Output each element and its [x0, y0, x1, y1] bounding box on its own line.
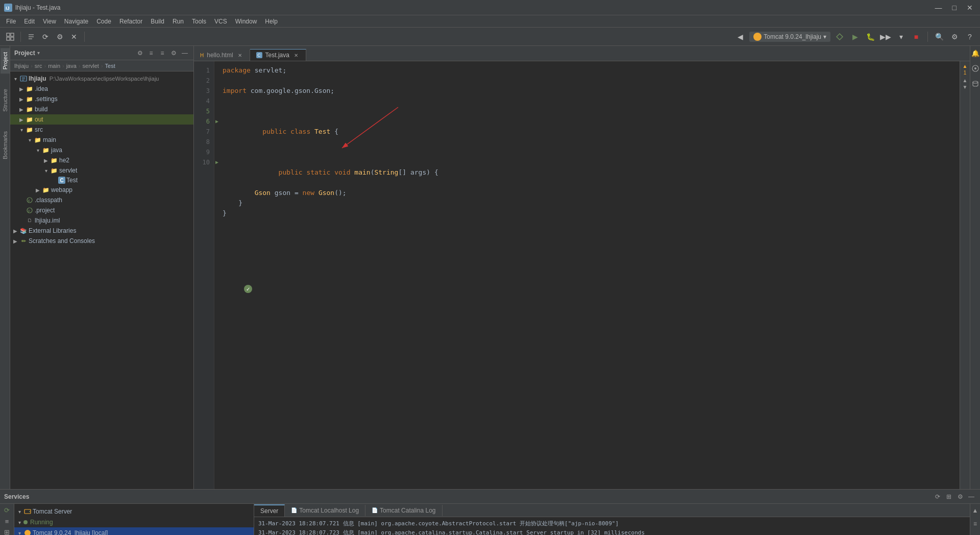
services-tomcat-instance[interactable]: ▾ Tomcat 9.0.24_lhjiaju [local]	[14, 527, 254, 535]
log-settings-btn[interactable]: ≡	[971, 519, 980, 528]
menu-tools[interactable]: Tools	[188, 17, 210, 26]
tree-main[interactable]: ▾ 📁 main	[10, 135, 193, 145]
gutter-up[interactable]: ▲	[963, 78, 968, 83]
bc-lhjiaju[interactable]: lhjiaju	[14, 63, 29, 69]
gutter-down[interactable]: ▼	[963, 84, 968, 90]
menu-window[interactable]: Window	[231, 17, 261, 26]
project-close-btn[interactable]: —	[180, 48, 189, 58]
menu-view[interactable]: View	[39, 17, 60, 26]
tree-src[interactable]: ▾ 📁 src	[10, 125, 193, 135]
log-tab-localhost[interactable]: 📄 Tomcat Localhost Log	[285, 505, 365, 516]
tree-he2[interactable]: ▶ 📁 he2	[10, 155, 193, 165]
database-icon[interactable]	[970, 79, 981, 89]
settings-btn[interactable]: ⚙	[54, 31, 66, 43]
code-line-3: import com.google.gson.Gson;	[223, 86, 951, 96]
services-expand-all-btn[interactable]: ⊞	[2, 528, 12, 535]
menu-run[interactable]: Run	[168, 17, 188, 26]
project-cog-btn[interactable]: ⚙	[169, 48, 178, 58]
sync-btn[interactable]: ⟳	[39, 31, 52, 43]
tree-out[interactable]: ▶ 📁 out	[10, 114, 193, 125]
run-btn[interactable]: ▶	[849, 31, 861, 43]
log-scroll-up-btn[interactable]: ▲	[971, 506, 980, 515]
services-refresh-btn[interactable]: ⟳	[933, 492, 942, 501]
bc-main[interactable]: main	[48, 63, 60, 69]
services-restart-btn[interactable]: ⟳	[2, 506, 12, 515]
root-icon	[19, 75, 28, 83]
tree-idea[interactable]: ▶ 📁 .idea	[10, 84, 193, 94]
tab-test-java-close[interactable]: ✕	[292, 52, 300, 59]
debug-btn[interactable]: 🐛	[864, 31, 876, 43]
services-collapse-btn[interactable]: ≡	[2, 517, 12, 525]
run-indicator-5: ▶	[215, 116, 218, 127]
tab-test-java[interactable]: C Test.java ✕	[250, 49, 306, 61]
settings-main-btn[interactable]: ⚙	[948, 31, 961, 43]
menu-edit[interactable]: Edit	[20, 17, 39, 26]
open-recent-btn[interactable]	[25, 31, 37, 43]
menu-navigate[interactable]: Navigate	[60, 17, 92, 26]
menu-code[interactable]: Code	[92, 17, 115, 26]
tree-build[interactable]: ▶ 📁 build	[10, 104, 193, 114]
minimize-button[interactable]: —	[932, 3, 945, 13]
back-btn[interactable]: ◀	[734, 31, 746, 43]
run-configuration[interactable]: Tomcat 9.0.24_lhjiaju ▾	[749, 32, 830, 42]
services-expand-btn[interactable]: ⊞	[944, 492, 953, 501]
tab-hello-html-close[interactable]: ✕	[236, 52, 243, 59]
menu-help[interactable]: Help	[261, 17, 282, 26]
tree-java[interactable]: ▾ 📁 java	[10, 145, 193, 155]
notifications-icon[interactable]: 🔔	[970, 48, 981, 58]
idea-arrow: ▶	[18, 86, 24, 92]
tree-webapp[interactable]: ▶ 📁 webapp	[10, 185, 193, 195]
log-content[interactable]: 31-Mar-2023 18:28:07.721 信息 [main] org.a…	[254, 517, 970, 535]
menu-refactor[interactable]: Refactor	[115, 17, 146, 26]
project-dropdown[interactable]: ▾	[37, 50, 40, 56]
bc-test[interactable]: Test	[105, 63, 115, 69]
tree-test-java[interactable]: ▶ C Test	[10, 176, 193, 185]
project-expand-btn[interactable]: ≡	[158, 48, 167, 58]
tree-ext-libs[interactable]: ▶ 📚 External Libraries	[10, 226, 193, 236]
instance-icon	[23, 529, 32, 535]
svg-rect-5	[11, 37, 14, 40]
tree-scratches[interactable]: ▶ ✏ Scratches and Consoles	[10, 236, 193, 246]
window-controls[interactable]: — □ ✕	[932, 3, 976, 13]
more-run-btn[interactable]: ▾	[895, 31, 907, 43]
close-panel-btn[interactable]: ✕	[68, 31, 80, 43]
help-btn[interactable]: ?	[964, 31, 976, 43]
maximize-button[interactable]: □	[949, 3, 960, 13]
code-content[interactable]: package servlet; import com.google.gson.…	[214, 61, 960, 489]
tree-iml[interactable]: ▶ 🗋 lhjiaju.iml	[10, 215, 193, 226]
tree-settings[interactable]: ▶ 📁 .settings	[10, 94, 193, 104]
log-wrap-btn[interactable]: ⟵⟶	[971, 532, 980, 535]
run-config-dropdown[interactable]: ▾	[823, 33, 826, 40]
log-tab-catalina[interactable]: 📄 Tomcat Catalina Log	[365, 505, 442, 516]
tree-servlet[interactable]: ▾ 📁 servlet	[10, 165, 193, 176]
github-icon[interactable]	[970, 63, 981, 74]
run-with-coverage-btn[interactable]: ▶▶	[879, 31, 892, 43]
project-collapse-btn[interactable]: ≡	[146, 48, 156, 58]
bookmarks-tab[interactable]: Bookmarks	[1, 127, 10, 163]
services-close-btn[interactable]: —	[967, 492, 976, 501]
tree-root[interactable]: ▾ lhjiaju P:\JavaWorkspace\eclipseWorksp…	[10, 74, 193, 84]
search-everywhere-btn[interactable]: 🔍	[933, 31, 945, 43]
warning-indicator[interactable]: ▲	[963, 63, 968, 69]
make-btn[interactable]	[834, 31, 846, 43]
bc-src[interactable]: src	[35, 63, 42, 69]
close-button[interactable]: ✕	[964, 3, 976, 13]
services-tomcat-server[interactable]: ▾ Tomcat Server	[14, 506, 254, 517]
services-settings-btn[interactable]: ⚙	[955, 492, 965, 501]
project-tab[interactable]: Project	[1, 48, 10, 74]
code-line-6: ▶ public static void main(String[] args)…	[223, 147, 951, 188]
stop-btn[interactable]: ■	[910, 31, 922, 43]
menu-file[interactable]: File	[2, 17, 20, 26]
menu-vcs[interactable]: VCS	[210, 17, 231, 26]
project-settings-btn[interactable]: ⚙	[135, 48, 144, 58]
bc-servlet[interactable]: servlet	[83, 63, 99, 69]
tree-project-file[interactable]: ▶ p .project	[10, 205, 193, 215]
bc-java[interactable]: java	[66, 63, 77, 69]
log-tab-server[interactable]: Server	[254, 504, 285, 517]
menu-build[interactable]: Build	[146, 17, 168, 26]
structure-tab[interactable]: Structure	[1, 85, 10, 116]
project-structure-btn[interactable]	[4, 31, 16, 43]
tree-classpath[interactable]: ▶ c .classpath	[10, 195, 193, 205]
tab-hello-html[interactable]: H hello.html ✕	[194, 49, 250, 61]
services-running[interactable]: ▾ Running	[14, 517, 254, 527]
